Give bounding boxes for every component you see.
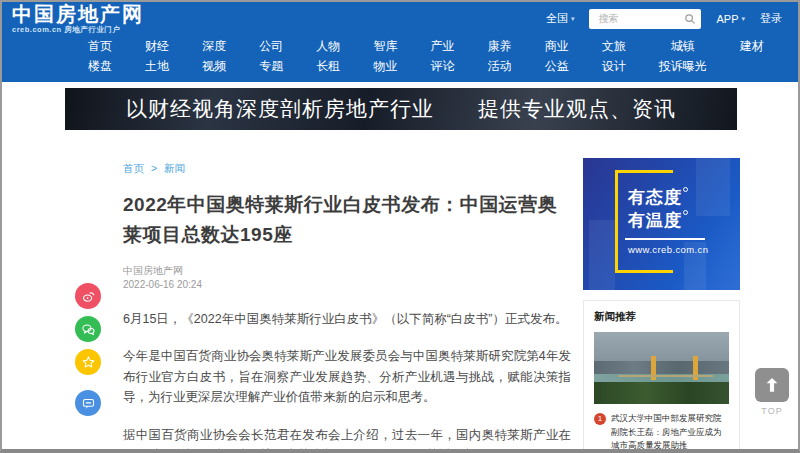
back-to-top-button[interactable]: TOP [753, 368, 791, 416]
news-recommend-card: 新闻推荐 1 武汉大学中国中部发展研究院副院长王磊：房地产业应成为城市高质量发展… [583, 300, 740, 453]
site-logo-title: 中国房地产网 [12, 4, 144, 24]
header-controls: 全国 ▾ APP ▾ 登录 [546, 9, 788, 29]
share-toolbar [75, 283, 101, 416]
article-date: 2022-06-16 20:24 [123, 278, 571, 292]
nav-item[interactable]: 人物 [316, 36, 340, 56]
promo-banner[interactable]: 以财经视角深度剖析房地产行业 提供专业观点、资讯 [65, 88, 737, 130]
nav-item[interactable]: 智库 [373, 36, 397, 56]
sidebar-ad[interactable]: 有态度 有温度 www.creb.com.cn [583, 158, 740, 290]
sidebar: 有态度 有温度 www.creb.com.cn 新闻推荐 1 武汉大学中国中部发… [583, 158, 740, 453]
nav-item[interactable]: 建材 [740, 36, 764, 56]
article-paragraph: 今年是中国百货商业协会奥特莱斯产业发展委员会与中国奥特莱斯研究院第4年发布行业官… [123, 346, 571, 407]
nav-item[interactable]: 深度 [202, 36, 226, 56]
nav-item[interactable]: 活动 [488, 56, 512, 76]
comment-icon [81, 396, 96, 411]
chevron-down-icon: ▾ [571, 15, 575, 23]
article-paragraph: 据中国百货商业协会会长范君在发布会上介绍，过去一年，国内奥特莱斯产业在整体消费市… [123, 425, 571, 453]
share-weibo-button[interactable] [75, 283, 101, 309]
app-label: APP [716, 13, 738, 25]
nav-col-thinktank: 智库 物业 [373, 36, 397, 77]
chevron-down-icon: ▾ [741, 15, 745, 23]
nav-col-people: 人物 长租 [316, 36, 340, 77]
page-title: 2022年中国奥特莱斯行业白皮书发布：中国运营奥莱项目总数达195座 [123, 190, 571, 250]
nav-item[interactable]: 财经 [145, 36, 169, 56]
region-label: 全国 [546, 11, 568, 26]
breadcrumb-home[interactable]: 首页 [123, 162, 144, 174]
browser-page: 中国房地产网 creb.com.cn 房地产行业门户 全国 ▾ APP ▾ 登录 [0, 0, 800, 453]
article-paragraph: 6月15日，《2022年中国奥特莱斯行业白皮书》（以下简称“白皮书”）正式发布。 [123, 309, 571, 329]
share-qzone-button[interactable] [75, 349, 101, 375]
comment-button[interactable] [75, 390, 101, 416]
nav-item[interactable]: 商业 [545, 36, 569, 56]
nav-item[interactable]: 评论 [430, 56, 454, 76]
article-source: 中国房地产网 [123, 264, 571, 278]
ad-content: 有态度 有温度 www.creb.com.cn [628, 186, 708, 255]
nav-col-town: 城镇 投诉曝光 [659, 36, 707, 77]
region-selector[interactable]: 全国 ▾ [546, 11, 575, 26]
banner-slogan: 以财经视角深度剖析房地产行业 提供专业观点、资讯 [126, 95, 676, 123]
nav-col-business: 商业 公益 [545, 36, 569, 77]
nav-item[interactable]: 设计 [602, 56, 626, 76]
star-icon [81, 355, 96, 370]
nav-item[interactable]: 楼盘 [88, 56, 112, 76]
news-recommend-header: 新闻推荐 [594, 310, 729, 324]
nav-item[interactable]: 产业 [430, 36, 454, 56]
nav-item[interactable]: 专题 [259, 56, 283, 76]
ad-divider [625, 238, 705, 240]
article-body: 6月15日，《2022年中国奥特莱斯行业白皮书》（以下简称“白皮书”）正式发布。… [123, 309, 571, 453]
top-button-label: TOP [753, 406, 791, 416]
nav-col-finance: 财经 土地 [145, 36, 169, 77]
nav-item[interactable]: 土地 [145, 56, 169, 76]
search-icon[interactable] [684, 13, 696, 25]
site-logo[interactable]: 中国房地产网 creb.com.cn 房地产行业门户 [12, 4, 144, 34]
search-input[interactable] [596, 12, 684, 25]
news-item-title: 武汉大学中国中部发展研究院副院长王磊：房地产业应成为城市高质量发展助推 [611, 412, 729, 453]
nav-col-industry: 产业 评论 [430, 36, 454, 77]
article-area: 首页 > 新闻 2022年中国奥特莱斯行业白皮书发布：中国运营奥莱项目总数达19… [123, 130, 571, 453]
thumb-trees [594, 382, 729, 404]
share-wechat-button[interactable] [75, 316, 101, 342]
nav-col-company: 公司 专题 [259, 36, 283, 77]
nav-item[interactable]: 视频 [202, 56, 226, 76]
breadcrumb-current[interactable]: 新闻 [164, 162, 185, 174]
news-list-item[interactable]: 1 武汉大学中国中部发展研究院副院长王磊：房地产业应成为城市高质量发展助推 [594, 412, 729, 453]
nav-col-health: 康养 活动 [488, 36, 512, 77]
weibo-icon [81, 289, 96, 304]
arrow-up-icon [762, 375, 782, 395]
nav-item[interactable]: 长租 [316, 56, 340, 76]
site-header: 中国房地产网 creb.com.cn 房地产行业门户 全国 ▾ APP ▾ 登录 [2, 2, 798, 35]
ad-building-shape [589, 220, 615, 290]
ad-slogan-line1: 有态度 [628, 186, 708, 209]
nav-col-culture: 文旅 设计 [602, 36, 626, 77]
breadcrumb: 首页 > 新闻 [123, 162, 571, 176]
nav-item[interactable]: 物业 [373, 56, 397, 76]
nav-item[interactable]: 公司 [259, 36, 283, 56]
breadcrumb-separator: > [151, 162, 157, 174]
site-logo-subtitle: creb.com.cn 房地产行业门户 [12, 26, 144, 34]
wechat-icon [81, 322, 96, 337]
ring-decoration [683, 187, 688, 192]
ring-decoration [683, 210, 688, 215]
nav-col-materials: 建材 [740, 36, 764, 77]
nav-col-home: 首页 楼盘 [88, 36, 112, 77]
ad-slogan-line2: 有温度 [628, 209, 708, 232]
nav-item[interactable]: 公益 [545, 56, 569, 76]
news-thumbnail-image[interactable] [594, 332, 729, 404]
thumb-bridge-deck [618, 375, 713, 377]
nav-item[interactable]: 首页 [88, 36, 112, 56]
rank-badge: 1 [594, 413, 606, 425]
nav-col-depth: 深度 视频 [202, 36, 226, 77]
search-box[interactable] [589, 9, 701, 29]
nav-item[interactable]: 康养 [488, 36, 512, 56]
login-button[interactable]: 登录 [760, 11, 782, 26]
ad-url: www.creb.com.cn [628, 244, 708, 255]
nav-item[interactable]: 文旅 [602, 36, 626, 56]
main-nav: 首页 楼盘 财经 土地 深度 视频 公司 专题 人物 长租 智库 物业 产业 评… [2, 35, 798, 82]
nav-item[interactable]: 投诉曝光 [659, 56, 707, 76]
thumb-sky [594, 332, 729, 364]
top-button-box[interactable] [755, 368, 789, 402]
app-menu[interactable]: APP ▾ [716, 13, 745, 25]
nav-item[interactable]: 城镇 [671, 36, 695, 56]
